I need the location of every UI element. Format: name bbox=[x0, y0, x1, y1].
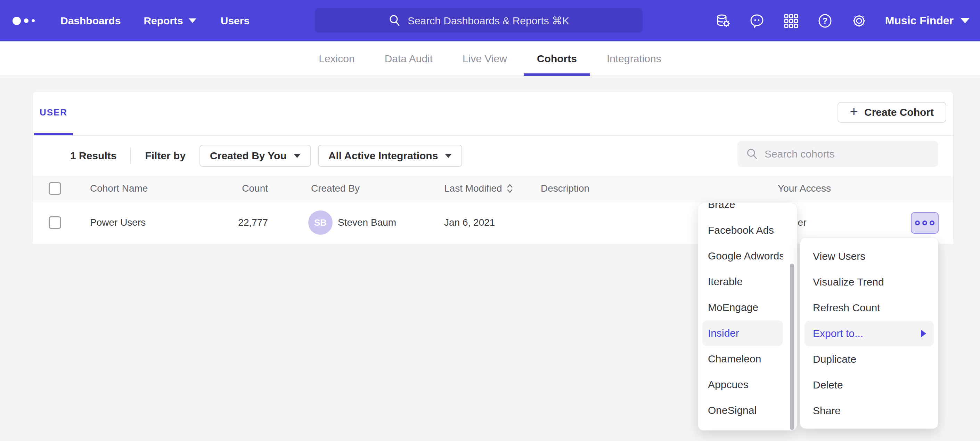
search-icon bbox=[746, 147, 758, 161]
menu-item-share[interactable]: Share bbox=[805, 398, 934, 423]
menu-scrollbar[interactable] bbox=[790, 264, 794, 430]
col-count: Count bbox=[192, 183, 268, 194]
chevron-down-icon bbox=[961, 18, 970, 23]
tab-integrations[interactable]: Integrations bbox=[593, 42, 675, 76]
col-description: Description bbox=[541, 183, 589, 194]
menu-item-insider[interactable]: Insider bbox=[702, 320, 783, 346]
tab-cohorts[interactable]: Cohorts bbox=[524, 42, 590, 76]
project-switcher[interactable]: Music Finder bbox=[885, 14, 970, 27]
tab-data-audit[interactable]: Data Audit bbox=[372, 42, 446, 76]
col-your-access: Your Access bbox=[778, 183, 831, 194]
dot-icon bbox=[930, 220, 934, 225]
create-cohort-button[interactable]: + Create Cohort bbox=[837, 102, 946, 123]
created-by-name: Steven Baum bbox=[338, 217, 396, 228]
row-more-actions-button[interactable] bbox=[911, 212, 939, 234]
tab-user-cohorts[interactable]: USER bbox=[34, 91, 73, 135]
apps-grid-icon[interactable] bbox=[783, 13, 799, 29]
menu-item-delete[interactable]: Delete bbox=[805, 372, 934, 398]
menu-item-visualize-trend[interactable]: Visualize Trend bbox=[805, 269, 934, 295]
global-search-input[interactable]: Search Dashboards & Reports ⌘K bbox=[315, 8, 643, 33]
nav-item-dashboards[interactable]: Dashboards bbox=[60, 15, 121, 27]
tab-live-view[interactable]: Live View bbox=[449, 42, 520, 76]
tab-lexicon[interactable]: Lexicon bbox=[305, 42, 368, 76]
help-icon[interactable]: ? bbox=[817, 13, 833, 29]
cohort-search-input[interactable] bbox=[765, 148, 930, 160]
cohorts-card: USER + Create Cohort 1 Results Filter by… bbox=[32, 91, 954, 243]
dot-icon bbox=[922, 220, 927, 225]
row-actions-menu: View Users Visualize Trend Refresh Count… bbox=[800, 238, 938, 429]
menu-item-view-users[interactable]: View Users bbox=[805, 243, 934, 269]
export-destinations-menu: Braze Facebook Ads Google Adwords Iterab… bbox=[698, 203, 797, 431]
global-search-placeholder: Search Dashboards & Reports ⌘K bbox=[408, 14, 569, 27]
section-tabs: Lexicon Data Audit Live View Cohorts Int… bbox=[0, 42, 980, 76]
menu-item-facebook-ads[interactable]: Facebook Ads bbox=[702, 217, 783, 243]
settings-gear-icon[interactable] bbox=[851, 13, 867, 29]
filter-created-by[interactable]: Created By You bbox=[199, 145, 311, 167]
row-checkbox[interactable] bbox=[49, 216, 61, 229]
nav-item-reports[interactable]: Reports bbox=[143, 15, 196, 27]
table-header: Cohort Name Count Created By Last Modifi… bbox=[33, 176, 953, 201]
svg-text:?: ? bbox=[822, 16, 827, 26]
chevron-down-icon bbox=[445, 154, 452, 158]
mixpanel-logo-icon[interactable] bbox=[13, 17, 35, 25]
top-navbar: Dashboards Reports Users Search Dashboar… bbox=[0, 0, 980, 42]
menu-item-refresh-count[interactable]: Refresh Count bbox=[805, 295, 934, 321]
cohort-type-tabbar: USER + Create Cohort bbox=[33, 91, 953, 136]
chevron-down-icon bbox=[294, 154, 301, 158]
menu-item-iterable[interactable]: Iterable bbox=[702, 269, 783, 295]
chevron-down-icon bbox=[189, 18, 196, 23]
divider bbox=[130, 148, 131, 164]
filter-integrations[interactable]: All Active Integrations bbox=[318, 145, 463, 167]
menu-item-onesignal[interactable]: OneSignal bbox=[702, 398, 783, 423]
filter-row: 1 Results Filter by Created By You All A… bbox=[33, 136, 953, 176]
select-all-checkbox[interactable] bbox=[49, 182, 61, 195]
col-cohort-name: Cohort Name bbox=[90, 183, 148, 194]
col-last-modified[interactable]: Last Modified bbox=[444, 183, 513, 194]
cohort-search-box bbox=[737, 141, 938, 167]
avatar: SB bbox=[308, 211, 332, 235]
feedback-icon[interactable] bbox=[749, 13, 765, 29]
results-count: 1 Results bbox=[70, 150, 116, 162]
last-modified-date: Jan 6, 2021 bbox=[444, 217, 495, 228]
col-created-by: Created By bbox=[311, 183, 360, 194]
search-icon bbox=[388, 14, 401, 27]
menu-item-export-to[interactable]: Export to... bbox=[805, 321, 934, 347]
filter-by-label: Filter by bbox=[145, 150, 186, 162]
menu-item-braze[interactable]: Braze bbox=[702, 203, 783, 217]
dot-icon bbox=[915, 220, 920, 225]
menu-item-chameleon[interactable]: Chameleon bbox=[702, 346, 783, 372]
cohort-name-link[interactable]: Power Users bbox=[90, 217, 146, 228]
submenu-arrow-icon bbox=[921, 330, 926, 337]
plus-icon: + bbox=[850, 105, 858, 118]
menu-item-appcues[interactable]: Appcues bbox=[702, 372, 783, 398]
sort-icon bbox=[506, 183, 513, 194]
menu-item-duplicate[interactable]: Duplicate bbox=[805, 347, 934, 372]
navbar-right-group: ? Music Finder bbox=[715, 0, 970, 42]
menu-item-google-adwords[interactable]: Google Adwords bbox=[702, 243, 783, 269]
project-name: Music Finder bbox=[885, 14, 954, 27]
export-destinations-list: Braze Facebook Ads Google Adwords Iterab… bbox=[698, 203, 797, 423]
cohort-count: 22,777 bbox=[192, 217, 268, 228]
data-management-icon[interactable] bbox=[715, 13, 731, 29]
menu-item-moengage[interactable]: MoEngage bbox=[702, 295, 783, 320]
row-actions-list: View Users Visualize Trend Refresh Count… bbox=[800, 243, 938, 423]
nav-item-users[interactable]: Users bbox=[221, 15, 250, 27]
